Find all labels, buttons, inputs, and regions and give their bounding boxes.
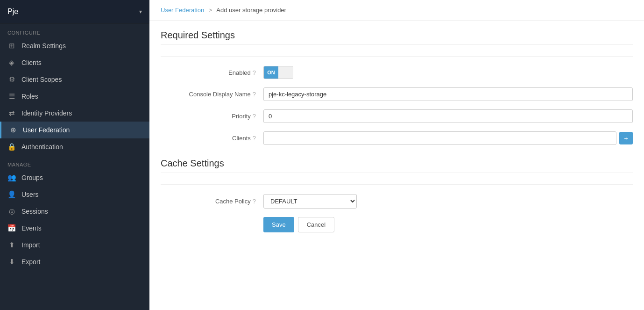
breadcrumb: User Federation > Add user storage provi… [149,0,644,21]
console-display-name-input[interactable] [263,87,633,101]
sidebar-item-label: Identity Providers [21,109,72,117]
priority-label: Priority ? [161,113,263,120]
enabled-help-icon[interactable]: ? [253,69,256,76]
enabled-field: Enabled ? ON [161,66,633,79]
sidebar-item-identity-providers[interactable]: ⇄ Identity Providers [0,105,149,122]
export-icon: ⬇ [7,258,16,266]
clients-icon: ◈ [7,58,16,67]
sidebar-item-label: Events [21,224,42,232]
clients-input-group: + [263,131,633,145]
breadcrumb-separator: > [209,7,212,14]
sidebar-item-label: Import [21,241,40,249]
sidebar-item-label: Roles [21,93,38,100]
priority-help-icon[interactable]: ? [253,113,256,120]
clients-help-icon[interactable]: ? [253,135,256,142]
sidebar-item-label: Clients [21,59,42,66]
sidebar-item-label: Sessions [21,208,48,215]
users-icon: 👤 [7,190,16,199]
import-icon: ⬆ [7,241,16,249]
clients-wrap: + [263,131,633,145]
priority-input[interactable] [263,109,633,123]
cache-policy-help-icon[interactable]: ? [253,198,256,205]
cache-policy-label: Cache Policy ? [161,198,263,205]
enabled-label: Enabled ? [161,69,263,76]
client-scopes-icon: ⚙ [7,75,16,84]
sidebar-item-label: Export [21,258,40,266]
manage-section-label: Manage [0,155,149,169]
chevron-down-icon: ▾ [139,8,142,15]
enabled-toggle-wrap: ON [263,66,633,79]
sidebar-item-label: Users [21,191,39,198]
action-buttons: Save Cancel [263,217,633,232]
sidebar-item-label: Groups [21,174,43,181]
clients-add-button[interactable]: + [619,132,633,144]
required-settings-section: Required Settings [161,30,633,57]
cache-policy-select[interactable]: DEFAULT EVICT_WEEKLY EVICT_DAILY MAX_LIF… [263,194,357,209]
cache-settings-section: Cache Settings [161,158,633,185]
realm-settings-icon: ⊞ [7,42,16,50]
sidebar-item-import[interactable]: ⬆ Import [0,237,149,253]
sidebar-item-events[interactable]: 📅 Events [0,220,149,237]
form-content: Required Settings Enabled ? ON Console D… [149,21,644,242]
main-content: User Federation > Add user storage provi… [149,0,644,310]
events-icon: 📅 [7,224,16,232]
sidebar: Pje ▾ Configure ⊞ Realm Settings ◈ Clien… [0,0,149,310]
save-button[interactable]: Save [263,217,294,232]
console-display-name-field: Console Display Name ? [161,87,633,101]
clients-input[interactable] [263,131,616,145]
sidebar-item-label: Realm Settings [21,42,66,50]
console-display-name-label: Console Display Name ? [161,91,263,98]
sidebar-item-sessions[interactable]: ◎ Sessions [0,203,149,220]
console-display-name-wrap [263,87,633,101]
sidebar-item-roles[interactable]: ☰ Roles [0,88,149,105]
sidebar-item-groups[interactable]: 👥 Groups [0,169,149,186]
console-display-name-help-icon[interactable]: ? [253,91,256,98]
toggle-off-area [278,66,293,79]
user-federation-icon: ⊕ [9,126,17,134]
sidebar-item-client-scopes[interactable]: ⚙ Client Scopes [0,71,149,88]
sidebar-item-label: User Federation [23,126,70,134]
cache-settings-title: Cache Settings [161,158,633,173]
priority-field: Priority ? [161,109,633,123]
cache-policy-wrap: DEFAULT EVICT_WEEKLY EVICT_DAILY MAX_LIF… [263,194,633,209]
sidebar-item-label: Authentication [21,143,63,151]
authentication-icon: 🔒 [7,143,16,151]
enabled-toggle[interactable]: ON [263,66,293,79]
clients-field: Clients ? + [161,131,633,145]
app-title: Pje [7,7,18,16]
roles-icon: ☰ [7,92,16,101]
groups-icon: 👥 [7,173,16,182]
sidebar-item-clients[interactable]: ◈ Clients [0,54,149,71]
priority-wrap [263,109,633,123]
sidebar-item-users[interactable]: 👤 Users [0,186,149,203]
required-settings-title: Required Settings [161,30,633,45]
breadcrumb-link[interactable]: User Federation [161,7,204,14]
toggle-on-label: ON [264,66,278,79]
clients-label: Clients ? [161,135,263,142]
sidebar-item-realm-settings[interactable]: ⊞ Realm Settings [0,37,149,54]
sidebar-item-label: Client Scopes [21,76,62,83]
sidebar-item-authentication[interactable]: 🔒 Authentication [0,138,149,155]
configure-section-label: Configure [0,23,149,37]
sessions-icon: ◎ [7,207,16,216]
breadcrumb-current: Add user storage provider [216,7,286,14]
identity-providers-icon: ⇄ [7,109,16,117]
sidebar-item-export[interactable]: ⬇ Export [0,253,149,270]
cache-policy-field: Cache Policy ? DEFAULT EVICT_WEEKLY EVIC… [161,194,633,209]
sidebar-item-user-federation[interactable]: ⊕ User Federation [0,122,149,138]
cancel-button[interactable]: Cancel [298,217,334,232]
sidebar-header[interactable]: Pje ▾ [0,0,149,23]
